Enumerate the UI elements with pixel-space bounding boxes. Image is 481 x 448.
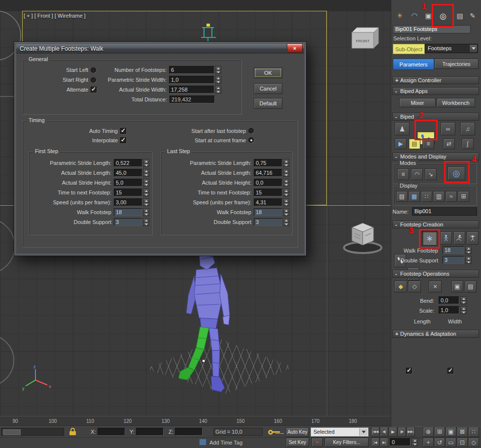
bend-field[interactable]: 0,0 (439, 296, 459, 304)
selection-lock-icon[interactable] (69, 428, 77, 436)
fs-walk-footstep-field[interactable]: 18 (114, 208, 142, 216)
viewport-splitter-vertical[interactable] (327, 11, 327, 416)
display-tab-icon[interactable]: ▤ (454, 10, 465, 22)
spinner[interactable] (283, 208, 289, 216)
ls-actual-stride-length-field[interactable]: 64,716 (254, 169, 282, 177)
sub-object-level-dropdown[interactable]: Footsteps (425, 44, 478, 53)
zoom-region-icon[interactable]: ⊠ (457, 427, 468, 437)
rubber-band-mode-icon[interactable]: ◠ (411, 168, 423, 180)
utilities-tab-icon[interactable]: ✎ (467, 10, 478, 22)
display-footsteps-icon[interactable]: ▦ (409, 191, 420, 202)
next-frame-button[interactable]: |▶ (398, 427, 406, 437)
auto-timing-checkbox[interactable] (120, 128, 126, 134)
field-of-view-icon[interactable]: ∷ (468, 427, 479, 437)
biped-playback-button[interactable]: ▶ (395, 138, 407, 149)
ls-time-to-next-footstep-field[interactable]: 15 (254, 189, 282, 196)
go-to-end-button[interactable]: ▶▶| (407, 427, 415, 437)
interpolate-checkbox[interactable] (120, 137, 126, 143)
double-support-spinner[interactable] (465, 256, 472, 264)
current-frame-spinner[interactable] (412, 438, 418, 446)
ls-double-support-field[interactable]: 3 (254, 218, 282, 226)
previous-key-button[interactable]: |◀ (371, 438, 379, 447)
auto-key-button[interactable]: Auto Key (286, 427, 309, 437)
rollout-assign-controller[interactable]: +Assign Controller (392, 76, 479, 84)
zoom-all-icon[interactable]: ⊞ (434, 427, 445, 437)
width-checkbox[interactable] (447, 368, 453, 374)
mixer-mode-button[interactable]: ♫ (460, 122, 475, 135)
rollout-footstep-creation[interactable]: -Footstep Creation (392, 221, 479, 228)
bend-links-mode-button[interactable]: ∫ (462, 138, 474, 149)
ok-button[interactable]: OK (254, 67, 282, 78)
start-after-last-footstep-radio[interactable] (248, 128, 254, 133)
spinner[interactable] (143, 159, 149, 167)
chevron-down-icon[interactable] (469, 45, 477, 52)
fs-parametric-stride-length-field[interactable]: 0,522 (114, 159, 142, 167)
default-button[interactable]: Default (254, 98, 282, 109)
time-slider-handle[interactable] (3, 429, 21, 435)
zoom-icon[interactable]: ⊕ (423, 427, 434, 437)
spinner[interactable] (283, 169, 289, 177)
fs-actual-stride-height-field[interactable]: 5,0 (114, 179, 142, 187)
scale-field[interactable]: 1,0 (439, 306, 459, 314)
dialog-close-button[interactable]: × (287, 43, 303, 53)
display-keys-icon[interactable]: ∷ (421, 191, 432, 202)
zoom-extents-icon[interactable]: ▣ (446, 427, 456, 437)
spinner[interactable] (143, 179, 149, 187)
current-frame-field[interactable]: 0 (390, 438, 411, 446)
walk-footstep-spinner[interactable] (465, 246, 472, 254)
start-right-radio[interactable] (91, 77, 96, 83)
key-filters-button[interactable]: Key Filters... (325, 438, 369, 447)
tab-trajectories[interactable]: Trajectories (434, 59, 479, 69)
spinner[interactable] (143, 189, 149, 196)
fs-speed-field[interactable]: 3,00 (114, 198, 142, 206)
ls-walk-footstep-field[interactable]: 18 (254, 208, 282, 216)
parametric-stride-width-field[interactable]: 1,0 (169, 76, 214, 84)
play-button[interactable]: ▶ (389, 427, 397, 437)
alternate-checkbox[interactable] (91, 87, 97, 93)
key-filters-curve-icon[interactable]: ~ (311, 438, 323, 447)
spinner[interactable] (143, 198, 149, 206)
track-bar[interactable]: 90 100 110 120 130 140 150 160 170 180 (0, 416, 391, 426)
isolate-selection-icon[interactable]: ◇ (468, 438, 479, 447)
set-key-button[interactable]: Set Key (286, 438, 309, 447)
double-support-field[interactable]: 3 (443, 256, 464, 264)
walkthrough-icon[interactable]: ▭ (446, 438, 456, 447)
deactivate-footsteps-button[interactable]: ◇ (408, 281, 421, 292)
spinner[interactable] (143, 218, 149, 226)
spinner[interactable] (143, 169, 149, 177)
rollout-dynamics-adaptation[interactable]: +Dynamics & Adaptation (392, 330, 479, 338)
spinner[interactable] (283, 179, 289, 187)
cancel-button[interactable]: Cancel (254, 83, 282, 94)
fs-double-support-field[interactable]: 3 (114, 218, 142, 226)
dialog-titlebar[interactable]: Create Multiple Footsteps: Walk (16, 44, 304, 54)
spinner[interactable] (283, 218, 289, 226)
actual-stride-width-field[interactable]: 17,258 (169, 86, 214, 94)
create-keys-for-inactive-footsteps-button[interactable]: ◆ (394, 281, 407, 292)
figure-mode-button[interactable]: ♟ (395, 122, 410, 135)
x-coordinate-field[interactable] (98, 428, 125, 436)
key-icon[interactable] (268, 428, 283, 436)
bend-spinner[interactable] (460, 296, 467, 304)
mixer-button[interactable]: Mixer (399, 98, 436, 107)
buffer-mode-icon[interactable]: ≡ (397, 168, 409, 180)
y-coordinate-field[interactable] (136, 428, 164, 436)
fs-actual-stride-length-field[interactable]: 45,0 (114, 169, 142, 177)
spinner[interactable] (143, 208, 149, 216)
twist-links-mode-button[interactable]: ⇄ (443, 138, 455, 149)
paste-footsteps-button[interactable]: ▤ (465, 281, 477, 292)
number-of-footsteps-spinner[interactable] (215, 66, 221, 74)
go-to-start-button[interactable]: |◀◀ (371, 427, 379, 437)
fs-time-to-next-footstep-field[interactable]: 15 (114, 189, 142, 196)
spinner[interactable] (283, 189, 289, 196)
tab-parameters[interactable]: Parameters (393, 59, 434, 70)
previous-frame-button[interactable]: ◀| (380, 427, 388, 437)
display-trajectories-icon[interactable]: ≈ (446, 191, 457, 202)
workbench-button[interactable]: Workbench (437, 98, 475, 107)
add-time-tag-label[interactable]: Add Time Tag (209, 440, 242, 446)
time-tag-icon[interactable] (199, 439, 206, 446)
start-left-radio[interactable] (91, 67, 96, 73)
time-slider-track[interactable] (1, 428, 64, 436)
rollout-biped-apps[interactable]: -Biped Apps (392, 87, 479, 95)
helper-cube-gizmo[interactable] (342, 220, 386, 257)
parametric-stride-width-spinner[interactable] (215, 76, 221, 84)
